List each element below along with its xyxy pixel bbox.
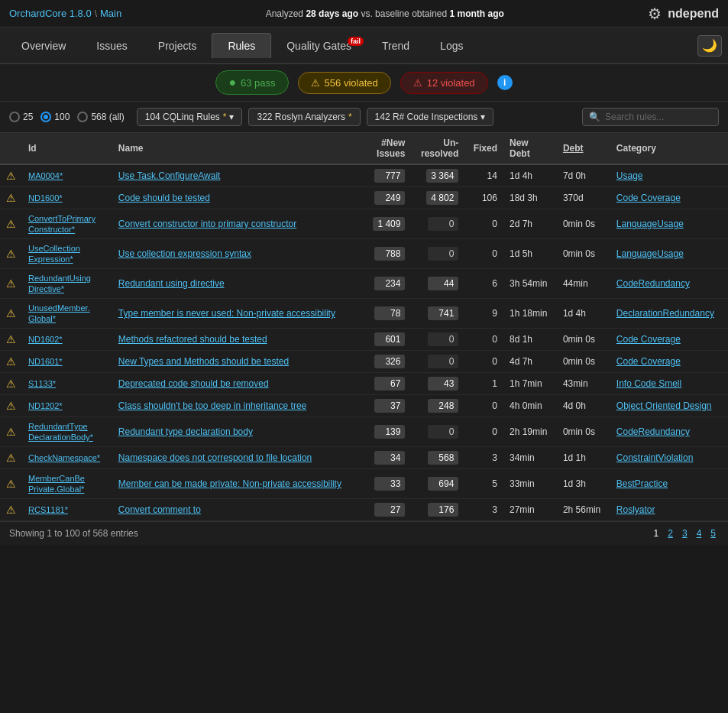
row-id: MA0004* — [22, 164, 112, 187]
debt-value: 0min 0s — [563, 334, 595, 345]
id-link[interactable]: RedundantUsingDirective* — [28, 274, 91, 293]
warn-status[interactable]: ⚠ 556 violated — [298, 72, 391, 94]
category-link[interactable]: Code Coverage — [616, 334, 681, 345]
id-link[interactable]: RCS1181* — [28, 505, 68, 514]
page-4-link[interactable]: 4 — [694, 527, 705, 540]
category-link[interactable]: CodeRedundancy — [616, 426, 690, 437]
rule-name-link[interactable]: Methods refactored should be tested — [118, 334, 267, 345]
new-debt-value: 1h 18min — [510, 308, 547, 319]
branch-link[interactable]: Main — [100, 8, 121, 19]
tab-issues[interactable]: Issues — [81, 34, 142, 58]
id-link[interactable]: ND1601* — [28, 357, 63, 366]
error-status[interactable]: ⚠ 12 violated — [400, 72, 488, 94]
rule-name-link[interactable]: Deprecated code should be removed — [118, 378, 269, 389]
unresolved-value: 43 — [428, 377, 458, 391]
count-radio-group: 25 100 568 (all) — [9, 112, 125, 122]
tab-logs[interactable]: Logs — [425, 34, 478, 58]
category-link[interactable]: Roslyator — [616, 504, 655, 515]
tab-rules[interactable]: Rules — [212, 33, 271, 58]
category-link[interactable]: BestPractice — [616, 478, 668, 489]
row-name: New Types and Methods should be tested — [112, 351, 364, 373]
category-link[interactable]: LanguageUsage — [616, 248, 684, 259]
showing-text: Showing 1 to 100 of 568 entries — [9, 528, 138, 539]
radio-all[interactable]: 568 (all) — [77, 112, 124, 122]
nav-tabs: Overview Issues Projects Rules Quality G… — [0, 28, 728, 64]
rule-name-link[interactable]: Type member is never used: Non-private a… — [118, 308, 335, 319]
new-issues-value: 67 — [374, 377, 405, 391]
rule-name-link[interactable]: Member can be made private: Non-private … — [118, 478, 341, 489]
row-unresolved: 0 — [411, 239, 464, 269]
pass-status[interactable]: ● 63 pass — [215, 70, 288, 95]
rule-name-link[interactable]: New Types and Methods should be tested — [118, 356, 289, 367]
fixed-value: 0 — [492, 400, 497, 411]
rule-name-link[interactable]: Convert comment to — [118, 504, 201, 515]
rule-name-link[interactable]: Use collection expression syntax — [118, 248, 251, 259]
id-link[interactable]: S1133* — [28, 379, 56, 388]
id-link[interactable]: CheckNamespace* — [28, 453, 100, 462]
tab-trend[interactable]: Trend — [367, 34, 425, 58]
gear-icon[interactable]: ⚙ — [648, 5, 662, 23]
search-box[interactable]: 🔍 — [582, 108, 719, 126]
r#-inspections-filter[interactable]: 142 R# Code Inspections ▾ — [367, 108, 493, 126]
id-link[interactable]: MemberCanBePrivate.Global* — [28, 474, 85, 494]
page-2-link[interactable]: 2 — [665, 527, 676, 540]
category-link[interactable]: Code Coverage — [616, 356, 681, 367]
row-warn-icon: ⚠ — [0, 187, 22, 209]
tab-projects[interactable]: Projects — [143, 34, 212, 58]
app-name[interactable]: OrchardCore 1.8.0 — [9, 8, 92, 19]
category-link[interactable]: DeclarationRedundancy — [616, 308, 714, 319]
debt-value: 1d 4h — [563, 308, 586, 319]
category-link[interactable]: ConstraintViolation — [616, 452, 694, 463]
new-debt-value: 18d 3h — [510, 193, 538, 203]
roslyn-analyzers-filter[interactable]: 322 Roslyn Analyzers * — [248, 108, 360, 126]
row-id: ND1601* — [22, 351, 112, 373]
category-link[interactable]: LanguageUsage — [616, 219, 684, 229]
category-link[interactable]: CodeRedundancy — [616, 278, 690, 289]
id-link[interactable]: RedundantTypeDeclarationBody* — [28, 422, 93, 442]
col-debt[interactable]: Debt — [557, 133, 610, 164]
rule-name-link[interactable]: Code should be tested — [118, 193, 210, 203]
id-link[interactable]: ND1600* — [28, 193, 63, 203]
category-link[interactable]: Object Oriented Design — [616, 400, 712, 411]
unresolved-value: 0 — [428, 355, 458, 368]
dark-mode-toggle[interactable]: 🌙 — [697, 35, 722, 57]
rule-name-link[interactable]: Class shouldn't be too deep in inheritan… — [118, 400, 306, 411]
new-debt-value: 1d 5h — [510, 248, 532, 259]
unresolved-value: 0 — [428, 332, 458, 346]
id-link[interactable]: ND1602* — [28, 335, 63, 344]
rule-name-link[interactable]: Use Task.ConfigureAwait — [118, 170, 221, 181]
rule-name-link[interactable]: Convert constructor into primary constru… — [118, 219, 296, 229]
row-new-debt: 2d 7h — [503, 209, 557, 239]
row-warn-icon: ⚠ — [0, 351, 22, 373]
rule-name-link[interactable]: Redundant using directive — [118, 278, 225, 289]
id-link[interactable]: ND1202* — [28, 401, 63, 410]
rule-name-link[interactable]: Namespace does not correspond to file lo… — [118, 452, 312, 463]
row-category: Usage — [610, 164, 728, 187]
id-link[interactable]: UnusedMember.Global* — [28, 303, 90, 323]
search-input[interactable] — [605, 112, 712, 122]
category-link[interactable]: Code Coverage — [616, 193, 681, 203]
info-button[interactable]: i — [497, 75, 513, 90]
filters: 25 100 568 (all) 104 CQLinq Rules * ▾ 32… — [0, 102, 728, 133]
row-warn-icon: ⚠ — [0, 417, 22, 447]
id-link[interactable]: MA0004* — [28, 171, 63, 180]
category-link[interactable]: Usage — [616, 170, 643, 181]
row-new-debt: 27min — [503, 499, 557, 521]
row-debt: 370d — [557, 187, 610, 209]
cqlinq-rules-filter[interactable]: 104 CQLinq Rules * ▾ — [137, 108, 243, 126]
tab-overview[interactable]: Overview — [6, 34, 81, 58]
radio-100[interactable]: 100 — [40, 112, 70, 122]
page-3-link[interactable]: 3 — [679, 527, 691, 540]
rule-name-link[interactable]: Redundant type declaration body — [118, 426, 253, 437]
category-link[interactable]: Info Code Smell — [616, 378, 681, 389]
radio-25[interactable]: 25 — [9, 112, 33, 122]
id-link[interactable]: UseCollectionExpression* — [28, 244, 80, 264]
row-name: Use collection expression syntax — [112, 239, 364, 269]
page-5-link[interactable]: 5 — [707, 527, 719, 540]
tab-quality-gates[interactable]: Quality Gates fail — [271, 34, 367, 58]
unresolved-value: 568 — [428, 451, 458, 465]
debt-value: 2h 56min — [563, 504, 600, 515]
id-link[interactable]: ConvertToPrimaryConstructor* — [28, 214, 95, 234]
unresolved-value: 176 — [428, 503, 458, 517]
row-debt: 0min 0s — [557, 351, 610, 373]
